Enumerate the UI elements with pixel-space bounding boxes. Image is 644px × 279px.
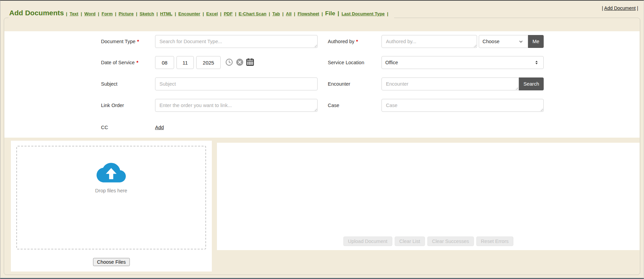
encounter-label: Encounter [328, 77, 350, 90]
upload-document-button[interactable]: Upload Document [343, 237, 392, 246]
date-of-service-label: Date of Service* [101, 56, 138, 69]
chevron-down-icon [518, 38, 524, 45]
clear-date-icon[interactable] [235, 58, 244, 67]
link-order-label: Link Order [101, 99, 124, 112]
reset-errors-button[interactable]: Reset Errors [476, 237, 513, 246]
encounter-field-wrap [382, 77, 519, 90]
tab-last-document-type[interactable]: Last Document Type [341, 11, 391, 16]
cc-add-link[interactable]: Add [155, 122, 164, 133]
tab-file[interactable]: File [325, 10, 341, 17]
tab-word[interactable]: Word [84, 11, 102, 16]
authored-by-field-wrap [382, 35, 477, 48]
up-down-arrows-icon [533, 59, 540, 66]
service-location-select[interactable]: Office [382, 56, 544, 69]
required-asterisk: * [356, 39, 358, 44]
tab-sketch[interactable]: Sketch [140, 11, 160, 16]
document-form-panel: Document Type* Authored by* Choose Me Da… [4, 31, 640, 138]
add-documents-page: Add Document Add Documents Text Word For… [0, 0, 644, 279]
tab-text[interactable]: Text [70, 11, 84, 16]
subject-input[interactable] [155, 77, 318, 90]
drop-files-text: Drop files here [95, 188, 127, 193]
tab-flowsheet[interactable]: Flowsheet [298, 11, 325, 16]
page-title: Add Documents [9, 9, 64, 17]
upload-actions: Upload Document Clear List Clear Success… [343, 237, 513, 246]
encounter-search-button[interactable]: Search [519, 77, 544, 90]
tab-form[interactable]: Form [102, 11, 119, 16]
tab-tab[interactable]: Tab [272, 11, 286, 16]
tab-encounter[interactable]: Encounter [179, 11, 206, 16]
file-upload-panel: Drop files here Choose Files [11, 141, 212, 272]
document-type-field-wrap [155, 35, 318, 48]
subject-label: Subject [101, 77, 117, 90]
authored-by-input[interactable] [382, 35, 477, 48]
authored-by-choose-select[interactable]: Choose [479, 35, 528, 48]
add-document-link-label: Add Document [604, 5, 636, 11]
case-field-wrap [382, 99, 544, 112]
tab-all[interactable]: All [286, 11, 298, 16]
authored-by-label: Authored by* [328, 35, 358, 48]
case-input[interactable] [382, 99, 544, 112]
choose-files-button[interactable]: Choose Files [93, 258, 130, 266]
tab-html[interactable]: HTML [160, 11, 179, 16]
tab-pdf[interactable]: PDF [224, 11, 239, 16]
document-type-label: Document Type* [101, 35, 139, 48]
date-day-input[interactable] [176, 56, 194, 69]
case-label: Case [328, 99, 339, 112]
document-type-input[interactable] [155, 35, 318, 48]
calendar-icon[interactable] [245, 57, 254, 66]
required-asterisk: * [137, 39, 139, 44]
cloud-upload-icon [97, 158, 126, 187]
page-header: Add Documents Text Word Form Picture Ske… [9, 9, 394, 19]
date-year-input[interactable] [196, 56, 221, 69]
tab-echart-scan[interactable]: E-Chart Scan [239, 11, 272, 16]
link-order-input[interactable] [155, 99, 318, 112]
upload-queue-panel: Upload Document Clear List Clear Success… [217, 143, 640, 250]
clear-successes-button[interactable]: Clear Successes [427, 237, 474, 246]
me-button[interactable]: Me [528, 35, 544, 48]
clear-list-button[interactable]: Clear List [394, 237, 425, 246]
required-asterisk: * [136, 60, 138, 65]
cc-label: CC [101, 122, 108, 133]
encounter-input[interactable] [382, 77, 519, 90]
date-month-input[interactable] [155, 56, 174, 69]
add-document-link[interactable]: Add Document [602, 5, 638, 11]
time-clock-icon[interactable] [225, 58, 234, 67]
drop-files-zone[interactable]: Drop files here [16, 146, 206, 249]
tab-excel[interactable]: Excel [206, 11, 224, 16]
document-type-tabs: Text Word Form Picture Sketch HTML Encou… [66, 10, 391, 17]
service-location-label: Service Location [328, 56, 364, 69]
tab-picture[interactable]: Picture [119, 11, 140, 16]
link-order-field-wrap [155, 99, 318, 112]
